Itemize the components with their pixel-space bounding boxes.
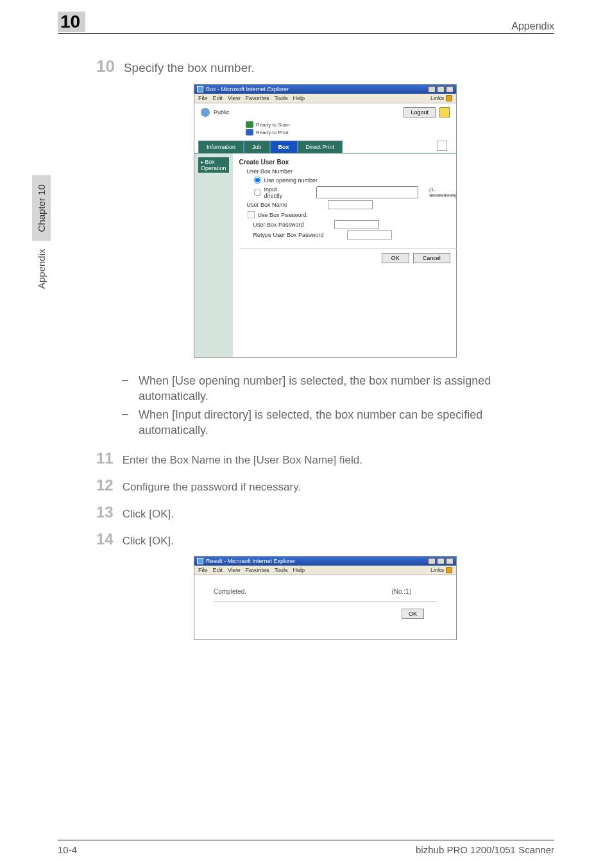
radio-use-opening-number[interactable]: Use opening number xyxy=(253,176,457,184)
tab-information[interactable]: Information xyxy=(198,141,244,153)
bullet-2: – When [Input directory] is selected, th… xyxy=(122,407,554,438)
dialog2-titlebar[interactable]: Result - Microsoft Internet Explorer _ □… xyxy=(194,557,456,566)
scan-status-text: Ready to Scan xyxy=(256,122,289,128)
dialog1-tabs: Information Job Box Direct Print xyxy=(198,141,452,153)
user-box-password-input[interactable] xyxy=(334,220,379,229)
bullet-dash-icon: – xyxy=(122,373,130,404)
step-text-11: Enter the Box Name in the [User Box Name… xyxy=(123,454,362,467)
radio-input-directly[interactable]: Input directly (1-999999999) xyxy=(253,186,457,199)
step-text-12: Configure the password if necessary. xyxy=(123,481,301,494)
tab-job[interactable]: Job xyxy=(244,141,270,153)
user-box-password-label: User Box Password xyxy=(253,221,330,228)
retype-password-input[interactable] xyxy=(347,230,392,239)
user-label: Public xyxy=(214,109,230,116)
menu-edit[interactable]: Edit xyxy=(213,567,223,573)
print-status-icon xyxy=(246,129,253,135)
dialog1-menubar: File Edit View Favorites Tools Help Link… xyxy=(194,94,456,103)
header-right-label: Appendix xyxy=(511,21,554,32)
step-13: 13 Click [OK]. xyxy=(96,503,554,521)
status-scan: Ready to Scan xyxy=(194,121,456,129)
status-print: Ready to Print xyxy=(194,129,456,137)
cancel-button[interactable]: Cancel xyxy=(413,253,450,263)
close-button[interactable]: × xyxy=(446,86,454,92)
dialog-result: Result - Microsoft Internet Explorer _ □… xyxy=(194,556,457,640)
sidebar-item-box-operation[interactable]: Box Operation xyxy=(198,157,229,173)
menu-file[interactable]: File xyxy=(198,95,208,101)
close-button[interactable]: × xyxy=(446,558,454,564)
side-tab-section: Appendix xyxy=(36,248,47,289)
menu-tools[interactable]: Tools xyxy=(274,567,287,573)
user-box-number-label: User Box Number xyxy=(247,168,457,175)
dialog1-titlebar[interactable]: Box - Microsoft Internet Explorer _ □ × xyxy=(194,85,456,94)
tab-direct-print[interactable]: Direct Print xyxy=(298,141,343,153)
page-footer: 10-4 bizhub PRO 1200/1051 Scanner xyxy=(58,840,554,855)
menu-favorites[interactable]: Favorites xyxy=(245,95,269,101)
checkbox-use-box-password-input[interactable] xyxy=(247,211,255,219)
footer-product-name: bizhub PRO 1200/1051 Scanner xyxy=(416,844,554,855)
result-rule xyxy=(214,602,437,602)
step-12: 12 Configure the password if necessary. xyxy=(96,476,554,494)
dialog1-main: Box Operation Create User Box User Box N… xyxy=(194,153,456,357)
side-tab: Appendix Chapter 10 xyxy=(32,175,51,289)
menu-help[interactable]: Help xyxy=(293,567,305,573)
step-text-10: Specify the box number. xyxy=(124,61,255,75)
radio-input-directly-input[interactable] xyxy=(253,189,261,196)
retype-password-label: Retype User Box Password xyxy=(253,232,343,238)
dialog-create-user-box: Box - Microsoft Internet Explorer _ □ × … xyxy=(194,84,457,358)
menu-file[interactable]: File xyxy=(198,567,208,573)
refresh-icon[interactable] xyxy=(437,141,447,151)
form-title: Create User Box xyxy=(239,159,457,166)
menu-edit[interactable]: Edit xyxy=(213,95,223,101)
step-number-10: 10 xyxy=(96,56,115,76)
maximize-button[interactable]: □ xyxy=(437,86,445,92)
maximize-button[interactable]: □ xyxy=(437,558,445,564)
box-number-hint: (1-999999999) xyxy=(429,187,457,198)
step-text-13: Click [OK]. xyxy=(123,508,174,521)
dialog1-sidebar: Box Operation xyxy=(194,153,233,357)
chapter-number-badge: 10 xyxy=(58,12,85,32)
ok-button[interactable]: OK xyxy=(382,253,409,263)
box-number-input[interactable] xyxy=(316,186,418,198)
step-14: 14 Click [OK]. xyxy=(96,530,554,548)
radio-use-opening-number-label: Use opening number xyxy=(264,177,318,184)
result-number: (No.:1) xyxy=(391,588,411,595)
links-icon[interactable] xyxy=(446,95,452,101)
dialog1-form: Create User Box User Box Number Use open… xyxy=(233,153,463,357)
scan-status-icon xyxy=(246,121,253,128)
step-number-13: 13 xyxy=(96,503,114,521)
print-status-text: Ready to Print xyxy=(256,130,289,135)
user-box-name-row: User Box Name xyxy=(247,200,457,209)
links-icon[interactable] xyxy=(446,567,452,573)
checkbox-use-box-password-label: Use Box Password. xyxy=(258,212,309,218)
checkbox-use-box-password[interactable]: Use Box Password. xyxy=(247,211,457,219)
minimize-button[interactable]: _ xyxy=(428,558,436,564)
bullet-dash-icon: – xyxy=(122,407,130,438)
menu-view[interactable]: View xyxy=(228,567,240,573)
bullet-1-text: When [Use opening number] is selected, t… xyxy=(139,373,554,404)
info-icon[interactable] xyxy=(439,107,450,117)
footer-page-number: 10-4 xyxy=(58,844,77,855)
result-ok-button[interactable]: OK xyxy=(402,609,424,619)
logout-button[interactable]: Logout xyxy=(404,107,436,117)
links-label: Links xyxy=(430,567,444,573)
ie-icon xyxy=(197,558,203,564)
menu-help[interactable]: Help xyxy=(293,95,305,101)
user-box-name-input[interactable] xyxy=(328,200,373,209)
bullet-2-text: When [Input directory] is selected, the … xyxy=(139,407,554,438)
menu-view[interactable]: View xyxy=(228,95,240,101)
page-content: 10 Specify the box number. Box - Microso… xyxy=(96,56,554,827)
user-box-password-row: User Box Password xyxy=(253,220,457,229)
dialog2-title: Result - Microsoft Internet Explorer xyxy=(206,558,295,564)
header-rule xyxy=(58,33,554,34)
retype-password-row: Retype User Box Password xyxy=(253,230,457,239)
links-label: Links xyxy=(430,95,444,101)
step-10: 10 Specify the box number. xyxy=(96,56,554,76)
minimize-button[interactable]: _ xyxy=(428,86,436,92)
tab-box[interactable]: Box xyxy=(270,141,298,153)
user-icon xyxy=(201,108,210,117)
radio-use-opening-number-input[interactable] xyxy=(253,177,261,184)
menu-favorites[interactable]: Favorites xyxy=(245,567,269,573)
menu-tools[interactable]: Tools xyxy=(274,95,287,101)
dialog1-title: Box - Microsoft Internet Explorer xyxy=(206,86,289,92)
user-box-name-label: User Box Name xyxy=(247,202,324,208)
